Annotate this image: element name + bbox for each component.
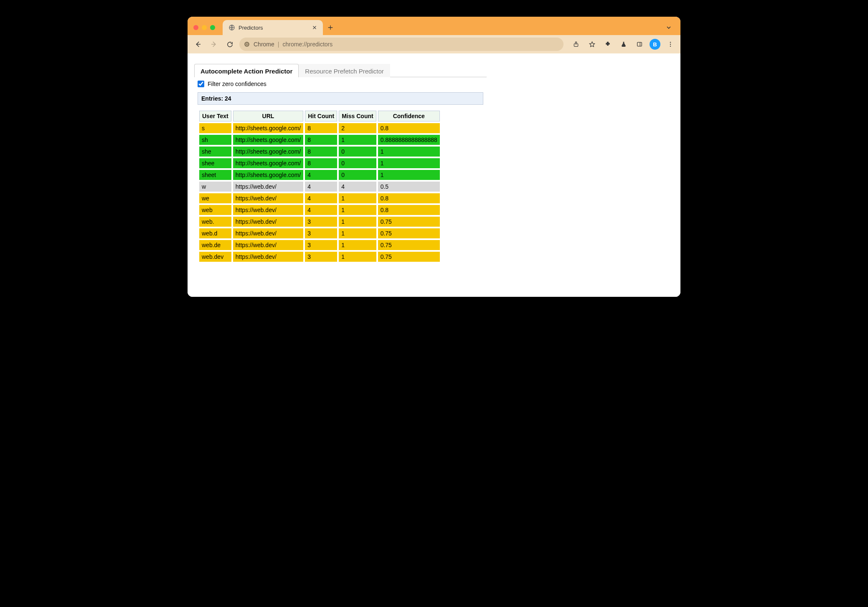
cell-hit: 4 <box>305 182 337 192</box>
cell-url: https://web.dev/ <box>233 217 303 227</box>
table-row: shehttp://sheets.google.com/801 <box>199 147 440 157</box>
tab-autocomplete-action-predictor[interactable]: Autocomplete Action Predictor <box>194 64 299 77</box>
tab-search-button[interactable] <box>665 24 675 31</box>
cell-hit: 8 <box>305 135 337 145</box>
cell-url: https://web.dev/ <box>233 240 303 250</box>
cell-user-text: she <box>199 147 231 157</box>
table-row: web.https://web.dev/310.75 <box>199 217 440 227</box>
cell-hit: 4 <box>305 205 337 215</box>
new-tab-button[interactable] <box>323 20 338 35</box>
cell-user-text: s <box>199 123 231 133</box>
filter-zero-confidences-label[interactable]: Filter zero confidences <box>208 81 266 87</box>
cell-url: https://web.dev/ <box>233 252 303 262</box>
cell-user-text: web. <box>199 217 231 227</box>
filter-row: Filter zero confidences <box>194 77 487 91</box>
predictor-table: User Text URL Hit Count Miss Count Confi… <box>198 109 442 263</box>
cell-miss: 0 <box>339 158 376 168</box>
cell-confidence: 0.8888888888888888 <box>378 135 440 145</box>
entries-count-bar: Entries: 24 <box>198 92 483 105</box>
col-hit-count[interactable]: Hit Count <box>305 111 337 121</box>
cell-hit: 3 <box>305 217 337 227</box>
table-row: wehttps://web.dev/410.8 <box>199 193 440 203</box>
globe-icon <box>228 24 235 31</box>
cell-url: http://sheets.google.com/ <box>233 135 303 145</box>
col-user-text[interactable]: User Text <box>199 111 231 121</box>
cell-miss: 0 <box>339 147 376 157</box>
svg-rect-5 <box>637 42 642 46</box>
cell-hit: 8 <box>305 123 337 133</box>
cell-user-text: web.d <box>199 228 231 238</box>
cell-url: https://web.dev/ <box>233 193 303 203</box>
cell-hit: 3 <box>305 252 337 262</box>
cell-user-text: w <box>199 182 231 192</box>
page-content: Autocomplete Action Predictor Resource P… <box>188 53 680 297</box>
window-close-button[interactable] <box>193 25 198 30</box>
table-row: web.dhttps://web.dev/310.75 <box>199 228 440 238</box>
col-url[interactable]: URL <box>233 111 303 121</box>
cell-user-text: sh <box>199 135 231 145</box>
filter-zero-confidences-checkbox[interactable] <box>198 81 204 87</box>
tab-resource-prefetch-predictor[interactable]: Resource Prefetch Predictor <box>299 64 390 77</box>
cell-user-text: web.de <box>199 240 231 250</box>
reload-button[interactable] <box>223 38 236 51</box>
chrome-icon <box>244 41 250 48</box>
side-panel-icon[interactable] <box>634 38 645 50</box>
cell-miss: 1 <box>339 193 376 203</box>
cell-miss: 1 <box>339 135 376 145</box>
cell-miss: 4 <box>339 182 376 192</box>
col-confidence[interactable]: Confidence <box>378 111 440 121</box>
cell-miss: 2 <box>339 123 376 133</box>
page-tabs: Autocomplete Action Predictor Resource P… <box>194 63 487 77</box>
table-row: whttps://web.dev/440.5 <box>199 182 440 192</box>
forward-button[interactable] <box>208 38 220 51</box>
bookmark-star-icon[interactable] <box>586 38 598 50</box>
tab-close-icon[interactable] <box>312 25 317 30</box>
predictor-panel: Autocomplete Action Predictor Resource P… <box>194 63 487 263</box>
cell-confidence: 1 <box>378 170 440 180</box>
cell-user-text: web.dev <box>199 252 231 262</box>
browser-tab-title: Predictors <box>239 25 309 31</box>
cell-url: http://sheets.google.com/ <box>233 170 303 180</box>
cell-miss: 1 <box>339 240 376 250</box>
svg-point-3 <box>246 43 248 45</box>
cell-confidence: 0.8 <box>378 193 440 203</box>
cell-confidence: 1 <box>378 147 440 157</box>
cell-hit: 8 <box>305 147 337 157</box>
address-separator: | <box>278 41 279 48</box>
entries-label-prefix: Entries: <box>201 95 225 102</box>
entries-count: 24 <box>225 95 231 102</box>
cell-url: https://web.dev/ <box>233 182 303 192</box>
address-url: chrome://predictors <box>282 41 332 48</box>
extensions-icon[interactable] <box>602 38 614 50</box>
table-header-row: User Text URL Hit Count Miss Count Confi… <box>199 111 440 121</box>
table-row: sheethttp://sheets.google.com/401 <box>199 170 440 180</box>
cell-url: https://web.dev/ <box>233 205 303 215</box>
window-maximize-button[interactable] <box>210 25 215 30</box>
cell-miss: 1 <box>339 228 376 238</box>
cell-hit: 4 <box>305 193 337 203</box>
toolbar-actions: B <box>570 38 676 50</box>
browser-toolbar: Chrome | chrome://predictors <box>188 35 680 53</box>
cell-confidence: 0.75 <box>378 228 440 238</box>
window-minimize-button[interactable] <box>202 25 207 30</box>
cell-url: http://sheets.google.com/ <box>233 147 303 157</box>
cell-miss: 1 <box>339 205 376 215</box>
cell-user-text: sheet <box>199 170 231 180</box>
browser-tab-active[interactable]: Predictors <box>223 20 323 35</box>
window-controls <box>193 25 215 30</box>
address-bar[interactable]: Chrome | chrome://predictors <box>239 38 563 51</box>
share-icon[interactable] <box>570 38 582 50</box>
table-row: webhttps://web.dev/410.8 <box>199 205 440 215</box>
cell-miss: 0 <box>339 170 376 180</box>
menu-icon[interactable] <box>665 38 676 50</box>
cell-confidence: 0.8 <box>378 205 440 215</box>
back-button[interactable] <box>192 38 204 51</box>
labs-icon[interactable] <box>618 38 629 50</box>
profile-avatar[interactable]: B <box>650 39 660 50</box>
cell-hit: 4 <box>305 170 337 180</box>
col-miss-count[interactable]: Miss Count <box>339 111 376 121</box>
cell-miss: 1 <box>339 252 376 262</box>
svg-point-6 <box>670 42 671 43</box>
cell-user-text: we <box>199 193 231 203</box>
browser-chrome: Predictors <box>188 17 680 53</box>
